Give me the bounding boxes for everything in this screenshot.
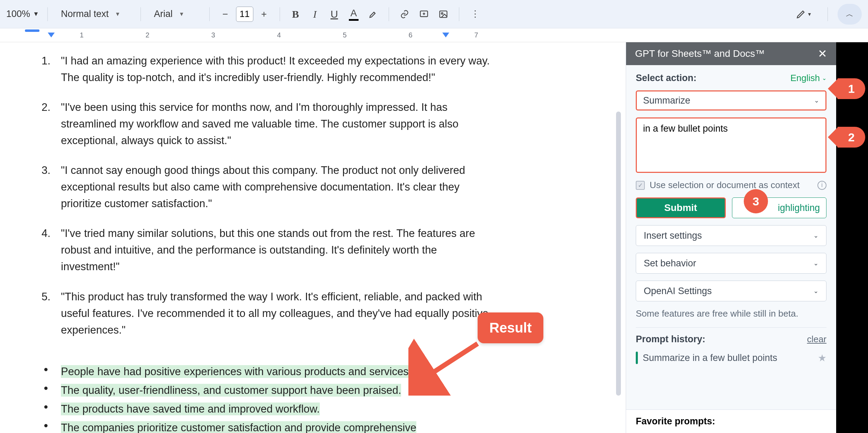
history-item[interactable]: Summarize in a few bullet points ★: [636, 352, 826, 364]
right-edge: [836, 42, 868, 433]
callout-2: 2: [838, 127, 865, 148]
font-dropdown[interactable]: Arial ▼: [149, 7, 201, 21]
star-icon[interactable]: ★: [818, 352, 826, 364]
divider: [47, 7, 48, 21]
divider: [141, 7, 141, 21]
divider: [209, 7, 210, 21]
divider: [459, 7, 459, 21]
toolbar: 100% ▼ Normal text ▼ Arial ▼ − + B I U A…: [0, 0, 868, 28]
arrow-annotation: [408, 337, 485, 396]
underline-button[interactable]: U: [327, 7, 342, 21]
list-item[interactable]: "I've tried many similar solutions, but …: [42, 225, 491, 275]
increase-font-button[interactable]: +: [257, 7, 271, 21]
divider: [280, 7, 280, 21]
numbered-list: "I had an amazing experience with this p…: [42, 53, 491, 338]
bold-button[interactable]: B: [288, 7, 303, 21]
ruler-number: 7: [474, 31, 478, 39]
action-select[interactable]: Summarize ⌄: [636, 90, 826, 111]
ruler-number: 5: [343, 31, 346, 39]
chevron-down-icon: ⌄: [813, 232, 819, 239]
list-item[interactable]: "I had an amazing experience with this p…: [42, 53, 491, 86]
prompt-history-title: Prompt history:: [636, 334, 705, 345]
decrease-font-button[interactable]: −: [218, 7, 233, 21]
sidepanel-title: GPT for Sheets™ and Docs™: [635, 48, 765, 59]
paragraph-style-dropdown[interactable]: Normal text ▼: [56, 7, 132, 21]
context-checkbox[interactable]: ✓: [636, 181, 645, 190]
sidepanel-header: GPT for Sheets™ and Docs™ ✕: [626, 42, 836, 65]
ruler-number: 4: [277, 31, 281, 39]
chevron-down-icon: ▼: [115, 11, 120, 17]
prompt-textarea[interactable]: [636, 117, 826, 173]
favorite-prompts-section[interactable]: Favorite prompts:: [626, 409, 836, 433]
chevron-down-icon: ⌄: [822, 75, 826, 81]
info-icon[interactable]: i: [817, 181, 826, 190]
result-annotation: Result: [478, 312, 543, 343]
action-value: Summarize: [643, 95, 690, 106]
zoom-value: 100%: [6, 9, 30, 19]
insert-image-button[interactable]: [436, 7, 451, 21]
insert-link-button[interactable]: [397, 7, 412, 21]
list-item[interactable]: The companies prioritize customer satisf…: [42, 419, 491, 433]
italic-button[interactable]: I: [308, 7, 322, 21]
set-behavior-accordion[interactable]: Set behavior ⌄: [636, 253, 826, 274]
list-item[interactable]: "I've been using this service for months…: [42, 99, 491, 149]
font-value: Arial: [154, 9, 173, 19]
chevron-down-icon: ⌄: [813, 259, 819, 267]
ruler: 1 2 3 4 5 6 7: [0, 28, 868, 42]
addon-sidepanel: GPT for Sheets™ and Docs™ ✕ Select actio…: [626, 42, 836, 433]
collapse-toolbar-button[interactable]: ︿: [838, 4, 862, 25]
font-size-group: − +: [218, 7, 271, 22]
callout-1: 1: [838, 78, 865, 99]
close-icon[interactable]: ✕: [818, 47, 827, 60]
beta-note: Some features are free while still in be…: [636, 308, 826, 319]
openai-settings-accordion[interactable]: OpenAI Settings ⌄: [636, 281, 826, 301]
callout-3: 3: [744, 189, 768, 213]
language-dropdown[interactable]: English ⌄: [790, 73, 826, 83]
zoom-dropdown[interactable]: 100% ▼: [6, 9, 39, 19]
list-item[interactable]: "I cannot say enough good things about t…: [42, 162, 491, 212]
highlight-color-button[interactable]: [366, 7, 380, 21]
context-checkbox-row: ✓ Use selection or document as context i: [636, 180, 826, 191]
ruler-number: 1: [80, 31, 83, 39]
svg-point-2: [441, 12, 443, 14]
history-item-text: Summarize in a few bullet points: [643, 353, 813, 363]
chevron-down-icon: ⌄: [814, 97, 819, 104]
ruler-number: 2: [145, 31, 149, 39]
divider: [389, 7, 389, 21]
context-checkbox-label: Use selection or document as context: [650, 180, 800, 191]
text-color-button[interactable]: A: [346, 7, 361, 21]
chevron-down-icon: ⌄: [813, 287, 819, 295]
font-size-input[interactable]: [236, 7, 253, 22]
scrollbar-thumb[interactable]: [616, 112, 621, 396]
submit-button[interactable]: Submit: [636, 197, 726, 218]
editing-mode-button[interactable]: ▼: [790, 7, 818, 21]
history-indicator: [636, 352, 638, 364]
more-options-button[interactable]: ⋮: [468, 7, 482, 21]
list-item[interactable]: The products have saved time and improve…: [42, 401, 491, 417]
chevron-down-icon: ▼: [33, 10, 39, 18]
list-item[interactable]: "This product has truly transformed the …: [42, 289, 491, 338]
clear-history-link[interactable]: clear: [807, 334, 826, 345]
insert-comment-button[interactable]: [417, 7, 431, 21]
ruler-number: 6: [408, 31, 412, 39]
divider: [828, 7, 828, 21]
svg-rect-1: [440, 11, 447, 17]
ruler-number: 3: [211, 31, 215, 39]
insert-settings-accordion[interactable]: Insert settings ⌄: [636, 225, 826, 246]
select-action-label: Select action:: [636, 73, 697, 83]
chevron-down-icon: ▼: [179, 11, 184, 17]
svg-line-3: [419, 344, 478, 382]
document-area: "I had an amazing experience with this p…: [0, 42, 626, 433]
style-value: Normal text: [61, 9, 109, 19]
